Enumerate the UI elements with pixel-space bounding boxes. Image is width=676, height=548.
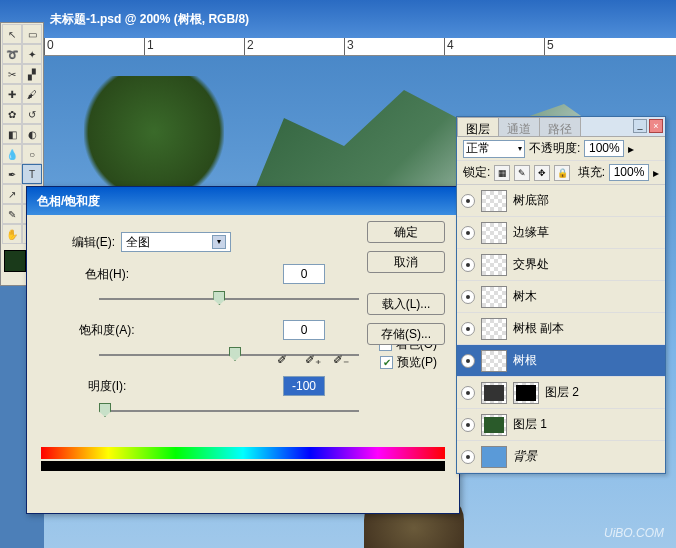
lock-transparency-icon[interactable]: ▦ bbox=[494, 165, 510, 181]
foreground-color-swatch[interactable] bbox=[4, 250, 26, 272]
gradient-tool-icon[interactable]: ◐ bbox=[22, 124, 42, 144]
type-tool-icon[interactable]: T bbox=[22, 164, 42, 184]
layer-row[interactable]: 图层 1 bbox=[457, 409, 665, 441]
ruler-mark: 5 bbox=[544, 38, 644, 55]
ruler-mark: 1 bbox=[144, 38, 244, 55]
visibility-eye-icon[interactable] bbox=[461, 386, 475, 400]
layer-name: 背景 bbox=[513, 448, 661, 465]
panel-minimize-icon[interactable]: _ bbox=[633, 119, 647, 133]
hand-tool-icon[interactable]: ✋ bbox=[2, 224, 22, 244]
eyedropper-icon[interactable]: ✐ bbox=[277, 353, 293, 369]
preview-checkbox[interactable]: ✔ bbox=[380, 356, 393, 369]
visibility-eye-icon[interactable] bbox=[461, 450, 475, 464]
saturation-slider-thumb[interactable] bbox=[229, 347, 241, 361]
heal-tool-icon[interactable]: ✚ bbox=[2, 84, 22, 104]
notes-tool-icon[interactable]: ✎ bbox=[2, 204, 22, 224]
save-button[interactable]: 存储(S)... bbox=[367, 323, 445, 345]
opacity-label: 不透明度: bbox=[529, 140, 580, 157]
visibility-eye-icon[interactable] bbox=[461, 258, 475, 272]
brush-tool-icon[interactable]: 🖌 bbox=[22, 84, 42, 104]
visibility-eye-icon[interactable] bbox=[461, 290, 475, 304]
load-button[interactable]: 载入(L)... bbox=[367, 293, 445, 315]
layer-name: 边缘草 bbox=[513, 224, 661, 241]
layer-row[interactable]: 交界处 bbox=[457, 249, 665, 281]
dialog-title-bar[interactable]: 色相/饱和度 bbox=[27, 187, 459, 215]
layer-row[interactable]: 树根 副本 bbox=[457, 313, 665, 345]
slice-tool-icon[interactable]: ▞ bbox=[22, 64, 42, 84]
layer-name: 树根 副本 bbox=[513, 320, 661, 337]
crop-tool-icon[interactable]: ✂ bbox=[2, 64, 22, 84]
dodge-tool-icon[interactable]: ○ bbox=[22, 144, 42, 164]
document-title-bar: 未标题-1.psd @ 200% (树根, RGB/8) bbox=[0, 0, 676, 38]
visibility-eye-icon[interactable] bbox=[461, 194, 475, 208]
lightness-input[interactable]: -100 bbox=[283, 376, 325, 396]
path-tool-icon[interactable]: ↗ bbox=[2, 184, 22, 204]
watermark: UiBO.COM bbox=[604, 526, 664, 540]
opacity-input[interactable]: 100% bbox=[584, 140, 624, 157]
visibility-eye-icon[interactable] bbox=[461, 418, 475, 432]
layer-row[interactable]: 树木 bbox=[457, 281, 665, 313]
hue-label: 色相(H): bbox=[39, 266, 175, 283]
lightness-slider[interactable] bbox=[99, 403, 359, 419]
layer-thumbnail[interactable] bbox=[481, 350, 507, 372]
layer-thumbnail[interactable] bbox=[481, 318, 507, 340]
layer-row-background[interactable]: 背景 bbox=[457, 441, 665, 473]
edit-select[interactable]: 全图 ▾ bbox=[121, 232, 231, 252]
layer-row[interactable]: 边缘草 bbox=[457, 217, 665, 249]
visibility-eye-icon[interactable] bbox=[461, 354, 475, 368]
layer-thumbnail[interactable] bbox=[481, 222, 507, 244]
tab-layers[interactable]: 图层 bbox=[457, 117, 499, 136]
hue-saturation-dialog: 色相/饱和度 编辑(E): 全图 ▾ 色相(H): 饱和度(A): bbox=[26, 186, 460, 514]
visibility-eye-icon[interactable] bbox=[461, 322, 475, 336]
layer-name: 图层 2 bbox=[545, 384, 661, 401]
layer-mask-thumbnail[interactable] bbox=[513, 382, 539, 404]
eyedropper-group: ✐ ✐₊ ✐₋ bbox=[277, 353, 349, 369]
ruler-mark: 0 bbox=[44, 38, 144, 55]
lasso-tool-icon[interactable]: ➰ bbox=[2, 44, 22, 64]
panel-close-icon[interactable]: × bbox=[649, 119, 663, 133]
blur-tool-icon[interactable]: 💧 bbox=[2, 144, 22, 164]
lock-pixels-icon[interactable]: ✎ bbox=[514, 165, 530, 181]
lock-all-icon[interactable]: 🔒 bbox=[554, 165, 570, 181]
move-tool-icon[interactable]: ↖ bbox=[2, 24, 22, 44]
marquee-tool-icon[interactable]: ▭ bbox=[22, 24, 42, 44]
eyedropper-subtract-icon[interactable]: ✐₋ bbox=[333, 353, 349, 369]
lock-label: 锁定: bbox=[463, 164, 490, 181]
opacity-flyout-icon[interactable]: ▸ bbox=[628, 142, 634, 156]
layer-row[interactable]: 图层 2 bbox=[457, 377, 665, 409]
layer-thumbnail[interactable] bbox=[481, 254, 507, 276]
eraser-tool-icon[interactable]: ◧ bbox=[2, 124, 22, 144]
hue-spectrum-bar bbox=[41, 447, 445, 459]
hue-input[interactable] bbox=[283, 264, 325, 284]
hue-slider-thumb[interactable] bbox=[213, 291, 225, 305]
layer-row-selected[interactable]: 树根 bbox=[457, 345, 665, 377]
result-spectrum-bar bbox=[41, 461, 445, 471]
ok-button[interactable]: 确定 bbox=[367, 221, 445, 243]
blend-mode-select[interactable]: 正常 ▾ bbox=[463, 140, 525, 158]
stamp-tool-icon[interactable]: ✿ bbox=[2, 104, 22, 124]
visibility-eye-icon[interactable] bbox=[461, 226, 475, 240]
layer-row[interactable]: 树底部 bbox=[457, 185, 665, 217]
fill-input[interactable]: 100% bbox=[609, 164, 649, 181]
pen-tool-icon[interactable]: ✒ bbox=[2, 164, 22, 184]
edit-select-value: 全图 bbox=[126, 234, 150, 251]
layer-thumbnail[interactable] bbox=[481, 190, 507, 212]
lightness-slider-thumb[interactable] bbox=[99, 403, 111, 417]
layer-thumbnail[interactable] bbox=[481, 286, 507, 308]
eyedropper-add-icon[interactable]: ✐₊ bbox=[305, 353, 321, 369]
wand-tool-icon[interactable]: ✦ bbox=[22, 44, 42, 64]
hue-slider[interactable] bbox=[99, 291, 359, 307]
cancel-button[interactable]: 取消 bbox=[367, 251, 445, 273]
saturation-input[interactable] bbox=[283, 320, 325, 340]
tab-paths[interactable]: 路径 bbox=[539, 117, 581, 136]
layer-thumbnail[interactable] bbox=[481, 414, 507, 436]
tab-channels[interactable]: 通道 bbox=[498, 117, 540, 136]
fill-flyout-icon[interactable]: ▸ bbox=[653, 166, 659, 180]
panel-tabs: 图层 通道 路径 _ × bbox=[457, 117, 665, 137]
history-brush-icon[interactable]: ↺ bbox=[22, 104, 42, 124]
layer-thumbnail[interactable] bbox=[481, 446, 507, 468]
layer-name: 交界处 bbox=[513, 256, 661, 273]
lock-position-icon[interactable]: ✥ bbox=[534, 165, 550, 181]
layer-thumbnail[interactable] bbox=[481, 382, 507, 404]
preview-label: 预览(P) bbox=[397, 354, 437, 371]
